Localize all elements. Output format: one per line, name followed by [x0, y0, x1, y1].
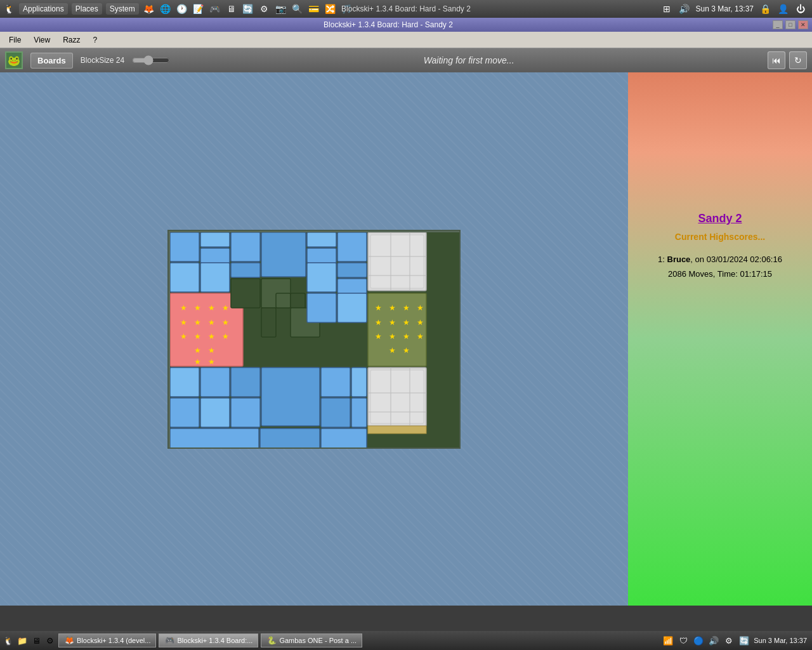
- svg-rect-80: [260, 428, 320, 449]
- applications-label: Applications: [23, 4, 64, 13]
- taskbar-app3-button[interactable]: 🐍 Gambas ONE - Post a ...: [261, 633, 362, 647]
- svg-rect-75: [200, 398, 230, 427]
- search-icon[interactable]: 🔍: [291, 3, 304, 15]
- file-menu[interactable]: File: [3, 34, 27, 46]
- taskbar-app1-button[interactable]: 🦊 Blockski+ 1.3.4 (devel...: [58, 633, 156, 647]
- refresh-button[interactable]: ↻: [789, 51, 807, 69]
- svg-rect-13: [170, 263, 199, 292]
- svg-rect-63: [231, 368, 260, 397]
- skip-back-button[interactable]: ⏮: [768, 51, 785, 69]
- score-entry: 1: Bruce, on 03/01/2024 02:06:16 2086 Mo…: [658, 252, 782, 282]
- taskbar-app2-button[interactable]: 🎮 Blockski+ 1.3.4 Board:...: [159, 633, 258, 647]
- text-editor-icon[interactable]: 📝: [192, 3, 205, 15]
- firefox-icon[interactable]: 🦊: [143, 3, 155, 15]
- main-content: ★ ★ ★ ★ ★ ★ ★ ★ ★ ★ ★ ★ ★ ★ ★ ★: [0, 72, 812, 606]
- power-icon[interactable]: ⏻: [794, 3, 807, 15]
- svg-text:★: ★: [417, 332, 424, 341]
- svg-text:★: ★: [375, 318, 382, 327]
- game-area[interactable]: ★ ★ ★ ★ ★ ★ ★ ★ ★ ★ ★ ★ ★ ★ ★ ★: [0, 72, 628, 606]
- svg-rect-65: [321, 368, 350, 397]
- git-icon[interactable]: 🔀: [324, 3, 337, 15]
- taskbar-start-icon[interactable]: 🐧: [3, 635, 14, 646]
- help-menu[interactable]: ?: [86, 34, 103, 46]
- svg-text:★: ★: [389, 332, 396, 341]
- svg-rect-41: [276, 293, 291, 308]
- taskbar-terminal-icon[interactable]: 🖥: [30, 635, 42, 646]
- svg-rect-4: [261, 232, 306, 277]
- svg-rect-44: [307, 293, 336, 322]
- svg-rect-40: [261, 308, 276, 337]
- window-title-bar: Blockski+ 1.3.4 Board: Hard - Sandy 2: [341, 4, 471, 13]
- svg-text:★: ★: [194, 346, 201, 355]
- card-icon[interactable]: 💳: [308, 3, 320, 15]
- extra-icon[interactable]: ⚙: [258, 3, 271, 15]
- camera-icon[interactable]: 📷: [275, 3, 287, 15]
- clock-icon[interactable]: 🕐: [176, 3, 188, 15]
- update-icon[interactable]: 🔄: [242, 3, 254, 15]
- svg-rect-20: [337, 279, 367, 293]
- menu-bar: File View Razz ?: [0, 32, 812, 48]
- svg-rect-14: [200, 248, 230, 263]
- system-menu[interactable]: System: [106, 3, 139, 15]
- blocksize-label: BlockSize 24: [81, 56, 124, 65]
- tray-volume-icon[interactable]: 🔊: [708, 635, 719, 646]
- taskbar-files-icon[interactable]: 📁: [16, 635, 28, 646]
- taskbar-extra-icon[interactable]: ⚙: [44, 635, 56, 646]
- system-bar-right: ⊞ 🔊 Sun 3 Mar, 13:37 🔒 👤 ⏻: [660, 3, 812, 15]
- taskbar-app1-icon: 🦊: [64, 635, 74, 646]
- svg-text:★: ★: [180, 303, 187, 312]
- svg-text:★: ★: [180, 332, 187, 341]
- svg-rect-6: [337, 232, 367, 262]
- minimize-button[interactable]: _: [773, 20, 783, 29]
- taskbar-app3-label: Gambas ONE - Post a ...: [279, 637, 357, 644]
- blocksize-slider[interactable]: [132, 55, 170, 65]
- svg-text:★: ★: [222, 332, 229, 341]
- applications-menu[interactable]: Applications: [19, 3, 68, 15]
- svg-text:★: ★: [208, 346, 215, 355]
- taskbar-datetime: Sun 3 Mar, 13:37: [754, 637, 807, 644]
- svg-rect-18: [307, 263, 336, 292]
- workspace-icon[interactable]: ⊞: [660, 3, 673, 15]
- close-button[interactable]: ✕: [798, 20, 808, 29]
- svg-rect-74: [170, 398, 199, 427]
- user-icon[interactable]: 👤: [776, 3, 789, 15]
- svg-text:★: ★: [403, 318, 410, 327]
- volume-icon[interactable]: 🔊: [678, 3, 691, 15]
- svg-rect-17: [307, 248, 336, 263]
- svg-rect-73: [368, 426, 426, 434]
- svg-text:★: ★: [403, 303, 410, 312]
- datetime-display: Sun 3 Mar, 13:37: [696, 4, 754, 13]
- title-bar: Blockski+ 1.3.4 Board: Hard - Sandy 2 _ …: [0, 18, 812, 32]
- razz-menu[interactable]: Razz: [56, 34, 86, 46]
- highscores-label: Current Highscores...: [675, 232, 765, 242]
- svg-rect-76: [231, 398, 260, 427]
- status-text: Waiting for first move...: [178, 55, 760, 65]
- maximize-button[interactable]: □: [785, 20, 796, 29]
- game-icon[interactable]: 🎮: [209, 3, 221, 15]
- svg-text:★: ★: [375, 332, 382, 341]
- svg-rect-3: [231, 232, 260, 262]
- window-title-text: Blockski+ 1.3.4 Board: Hard - Sandy 2: [341, 4, 471, 13]
- svg-rect-68: [370, 370, 424, 423]
- browser-icon[interactable]: 🌐: [159, 3, 172, 15]
- tray-security-icon: 🛡: [678, 635, 689, 646]
- score-stats: 2086 Moves, Time: 01:17:15: [668, 269, 772, 279]
- board-name-title: Sandy 2: [698, 212, 742, 225]
- svg-text:★: ★: [389, 318, 396, 327]
- view-menu[interactable]: View: [27, 34, 56, 46]
- lock-icon[interactable]: 🔒: [759, 3, 771, 15]
- places-menu[interactable]: Places: [72, 3, 102, 15]
- svg-rect-64: [261, 368, 320, 426]
- title-bar-title: Blockski+ 1.3.4 Board: Hard - Sandy 2: [4, 20, 773, 29]
- game-board: ★ ★ ★ ★ ★ ★ ★ ★ ★ ★ ★ ★ ★ ★ ★ ★: [167, 230, 461, 449]
- svg-text:★: ★: [222, 303, 229, 312]
- taskbar-app2-label: Blockski+ 1.3.4 Board:...: [177, 637, 252, 644]
- monitor-icon[interactable]: 🖥: [225, 3, 238, 15]
- svg-text:★: ★: [222, 318, 229, 327]
- taskbar-app2-icon: 🎮: [164, 635, 174, 646]
- svg-text:★: ★: [208, 357, 215, 366]
- taskbar: 🐧 📁 🖥 ⚙ 🦊 Blockski+ 1.3.4 (devel... 🎮 Bl…: [0, 631, 812, 650]
- boards-button[interactable]: Boards: [30, 53, 73, 69]
- svg-rect-15: [200, 263, 230, 292]
- svg-text:★: ★: [389, 346, 396, 355]
